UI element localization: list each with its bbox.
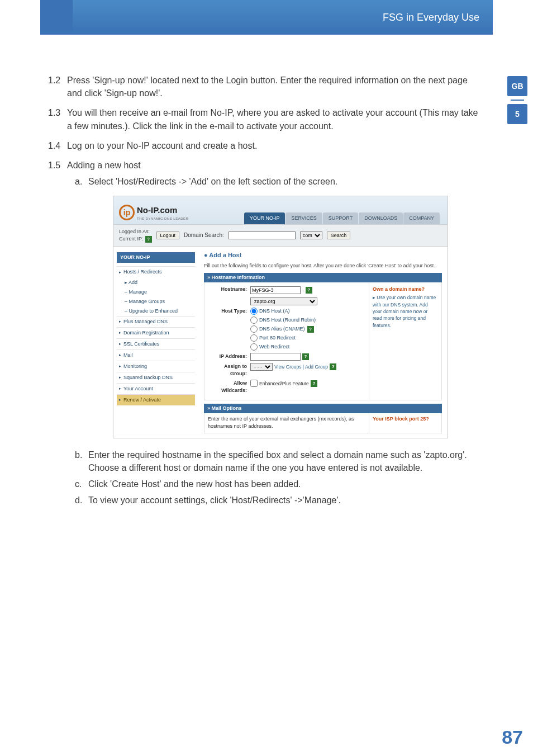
step-1-4: 1.4 Log on to your No-IP account and cre… bbox=[48, 139, 484, 152]
help-icon[interactable]: ? bbox=[145, 236, 152, 243]
substep-label: a. bbox=[75, 175, 88, 188]
help-icon[interactable]: ? bbox=[311, 380, 317, 387]
hosttype-cname[interactable]: DNS Alias (CNAME) bbox=[250, 325, 305, 333]
substep-d: d. To view your account settings, click … bbox=[48, 494, 484, 507]
tab-support[interactable]: SUPPORT bbox=[323, 212, 358, 224]
chevron-icon: ▸ bbox=[119, 330, 121, 336]
sidebar-item-domain-reg[interactable]: ▸Domain Registration bbox=[117, 327, 195, 338]
step-1-2: 1.2 Press 'Sign-up now!' located next to… bbox=[48, 74, 484, 100]
substep-text: To view your account settings, click 'Ho… bbox=[88, 494, 341, 507]
step-num: 1.4 bbox=[48, 139, 67, 152]
nav-label: Monitoring bbox=[123, 363, 147, 370]
ip-label: IP Address: bbox=[208, 353, 250, 360]
tab-your-noip[interactable]: YOUR NO-IP bbox=[244, 212, 285, 224]
nav-label: Domain Registration bbox=[123, 329, 169, 337]
tab-company[interactable]: COMPANY bbox=[403, 212, 440, 224]
sidebar-item-ssl[interactable]: ▸SSL Certificates bbox=[117, 338, 195, 349]
badge-divider bbox=[511, 100, 524, 101]
wildcards-label: Allow Wildcards: bbox=[208, 380, 250, 394]
search-button[interactable]: Search bbox=[327, 231, 351, 239]
chevron-icon: ▸ bbox=[119, 352, 121, 358]
radio-cname[interactable] bbox=[250, 325, 258, 333]
nav-label: Hosts / Redirects bbox=[123, 268, 162, 276]
sidebar-item-account[interactable]: ▸Your Account bbox=[117, 383, 195, 394]
substep-label: b. bbox=[75, 448, 88, 474]
add-host-title: ● Add a Host bbox=[204, 251, 442, 260]
hosttype-label: Host Type: bbox=[208, 308, 250, 315]
hosttype-web[interactable]: Web Redirect bbox=[250, 343, 289, 351]
chevron-icon: ▸ bbox=[119, 341, 121, 347]
sidebar-heading: YOUR NO-IP bbox=[117, 252, 195, 263]
main-panel: ● Add a Host Fill out the following fiel… bbox=[198, 247, 448, 437]
tld-select[interactable]: com bbox=[300, 231, 322, 239]
page-content: 1.2 Press 'Sign-up now!' located next to… bbox=[48, 74, 484, 507]
sidebar-item-upgrade[interactable]: – Upgrade to Enhanced bbox=[117, 306, 195, 316]
group-links[interactable]: View Groups | Add Group bbox=[274, 363, 328, 370]
group-select[interactable]: - - - bbox=[250, 363, 273, 371]
header-title: FSG in Everyday Use bbox=[383, 12, 479, 23]
current-ip-label: Current IP: bbox=[119, 235, 144, 243]
sidebar-item-mail[interactable]: ▸Mail bbox=[117, 349, 195, 361]
substep-label: d. bbox=[75, 494, 88, 507]
nav-label: SSL Certificates bbox=[123, 341, 159, 348]
logo-tagline: THE DYNAMIC DNS LEADER bbox=[137, 216, 188, 221]
sidebar-item-add[interactable]: Add bbox=[129, 280, 137, 285]
help-icon[interactable]: ? bbox=[306, 287, 312, 294]
hosttype-port80[interactable]: Port 80 Redirect bbox=[250, 334, 296, 342]
hostname-input[interactable] bbox=[250, 286, 301, 294]
sidebar-item-manage[interactable]: – Manage bbox=[117, 287, 195, 297]
mail-port25: Your ISP block port 25? bbox=[369, 413, 441, 432]
sidebar-item-monitoring[interactable]: ▸Monitoring bbox=[117, 361, 195, 372]
sidebar: YOUR NO-IP ▸Hosts / Redirects ▸ Add – Ma… bbox=[113, 247, 198, 437]
substep-b: b. Enter the required hostname in the sp… bbox=[48, 448, 484, 474]
ip-input[interactable] bbox=[250, 353, 301, 361]
radio-web[interactable] bbox=[250, 343, 258, 351]
chevron-icon: ▸ bbox=[119, 397, 121, 403]
noip-header: ip No-IP.com THE DYNAMIC DNS LEADER YOUR… bbox=[113, 196, 448, 224]
hostname-label: Hostname: bbox=[208, 286, 250, 293]
own-domain-text: ▸ Use your own domain name with our DNS … bbox=[373, 294, 438, 329]
radio-port80[interactable] bbox=[250, 334, 258, 342]
noip-screenshot: ip No-IP.com THE DYNAMIC DNS LEADER YOUR… bbox=[113, 196, 448, 438]
wildcards-checkbox[interactable] bbox=[250, 380, 258, 387]
nav-label: Your Account bbox=[123, 385, 153, 393]
add-host-desc: Fill out the following fields to configu… bbox=[204, 262, 442, 270]
radio-dns-rr[interactable] bbox=[250, 316, 258, 324]
substep-text: Select 'Host/Redirects -> 'Add' on the l… bbox=[88, 175, 337, 188]
hosttype-a[interactable]: DNS Host (A) bbox=[250, 308, 290, 315]
hosttype-rr[interactable]: DNS Host (Round Robin) bbox=[250, 316, 316, 324]
domain-search-input[interactable] bbox=[229, 231, 296, 239]
sidebar-item-manage-groups[interactable]: – Manage Groups bbox=[117, 297, 195, 306]
mail-text: Enter the name of your external mail exc… bbox=[204, 413, 369, 432]
sidebar-item-squared[interactable]: ▸Squared Backup DNS bbox=[117, 372, 195, 383]
chevron-icon: ▸ bbox=[119, 375, 121, 380]
domain-select[interactable]: zapto.org bbox=[250, 297, 317, 305]
sidebar-item-plus[interactable]: ▸Plus Managed DNS bbox=[117, 316, 195, 327]
help-icon[interactable]: ? bbox=[307, 326, 314, 333]
tab-downloads[interactable]: DOWNLOADS bbox=[359, 212, 403, 224]
tab-services[interactable]: SERVICES bbox=[285, 212, 322, 224]
logo-icon: ip bbox=[119, 205, 135, 220]
sidebar-item-hosts[interactable]: ▸Hosts / Redirects bbox=[117, 266, 195, 277]
toolbar: Logged In As: Current IP: ? Logout Domai… bbox=[113, 224, 448, 247]
nav-label: Renew / Activate bbox=[123, 396, 161, 404]
assign-label: Assign to Group: bbox=[208, 363, 250, 377]
chevron-icon: ▸ bbox=[119, 363, 121, 369]
help-icon[interactable]: ? bbox=[330, 363, 336, 370]
nav-label: Squared Backup DNS bbox=[123, 374, 173, 381]
logged-in-label: Logged In As: Current IP: ? bbox=[119, 228, 152, 243]
step-1-5: 1.5 Adding a new host bbox=[48, 159, 484, 172]
own-domain-title: Own a domain name? bbox=[373, 286, 438, 293]
logout-button[interactable]: Logout bbox=[156, 231, 180, 239]
chevron-icon: ▸ bbox=[119, 386, 121, 391]
step-text: You will then receive an e-mail from No-… bbox=[67, 106, 484, 132]
step-text: Log on to your No-IP account and create … bbox=[67, 139, 484, 152]
help-icon[interactable]: ? bbox=[302, 353, 309, 360]
wildcards-note: Enhanced/Plus Feature bbox=[259, 380, 309, 387]
chevron-icon: ▸ bbox=[119, 319, 121, 324]
noip-logo: ip No-IP.com THE DYNAMIC DNS LEADER bbox=[119, 204, 188, 221]
sidebar-item-renew[interactable]: ▸Renew / Activate bbox=[117, 394, 195, 405]
side-badges: GB 5 bbox=[507, 76, 527, 124]
radio-dns-a[interactable] bbox=[250, 308, 258, 315]
chevron-icon: ▸ bbox=[119, 270, 121, 275]
